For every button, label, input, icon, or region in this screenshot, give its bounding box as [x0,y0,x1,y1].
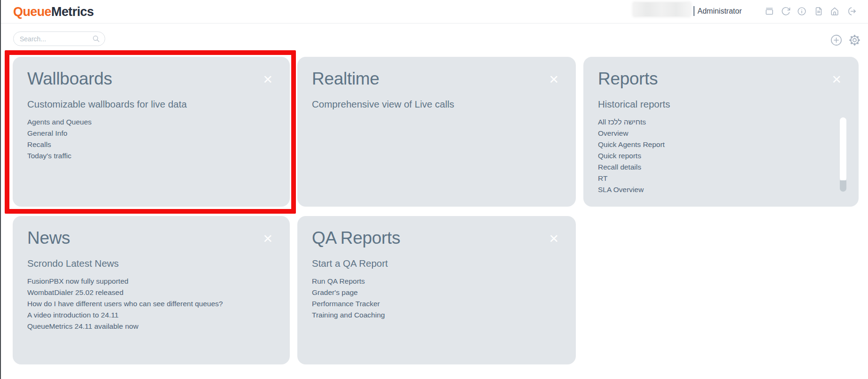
card-link[interactable]: Run QA Reports [312,276,365,287]
card-link[interactable]: How do I have different users who can se… [27,298,223,309]
card-title: News [27,228,275,248]
document-icon[interactable] [814,6,824,16]
card-link[interactable]: SLA Overview [598,184,643,195]
card-scrollbar[interactable] [840,117,846,192]
scrollbar-thumb[interactable] [840,180,846,192]
card-reports: Reports Historical reports All זכלל השיח… [583,57,859,207]
card-link[interactable]: Overview [598,128,628,139]
card-link[interactable]: Performance Tracker [312,298,380,309]
card-subtitle: Scrondo Latest News [27,257,275,270]
search-icon [92,34,101,45]
card-link[interactable]: Recalls [27,139,51,150]
card-title: Wallboards [27,69,275,89]
queuemetrics-logo[interactable]: QueueMetrics [13,0,93,23]
card-link[interactable]: WombatDialer 25.02 released [27,287,124,298]
dashboard-card-grid: Wallboards Customizable wallboards for l… [13,57,859,364]
card-title: QA Reports [312,228,561,248]
window-edge-line [0,0,1,379]
add-circle-button[interactable] [830,34,842,46]
card-subtitle: Comprehensive view of Live calls [312,98,561,110]
card-link[interactable]: FusionPBX now fully supported [27,276,128,287]
archive-icon[interactable] [764,6,775,16]
user-divider [693,6,695,16]
card-wallboards: Wallboards Customizable wallboards for l… [13,57,290,207]
card-title: Realtime [312,69,561,89]
card-link-list: All זכלל השיחts Overview Quick Agents Re… [598,116,844,195]
search-box [13,31,105,46]
close-card-icon[interactable]: × [549,70,558,88]
refresh-icon[interactable] [781,6,791,16]
card-link-list: Agents and Queues General Info Recalls T… [27,116,275,162]
info-icon[interactable] [797,6,807,16]
card-subtitle: Customizable wallboards for live data [27,98,275,110]
card-link[interactable]: Training and Coaching [312,309,385,321]
card-link-list: Run QA Reports Grader's page Performance… [312,276,561,321]
card-link[interactable]: A video introduction to 24.11 [27,309,118,321]
card-link[interactable]: Grader's page [312,287,358,298]
card-link[interactable]: Agents and Queues [27,116,92,128]
logout-icon[interactable] [846,6,857,16]
card-link[interactable]: QueueMetrics 24.11 available now [27,321,139,332]
logo-metrics: Metrics [51,5,93,19]
close-card-icon[interactable]: × [832,70,841,88]
queuemetrics-home-screen: QueueMetrics Administrator [0,0,868,379]
close-card-icon[interactable]: × [263,70,272,88]
card-news: News Scrondo Latest News FusionPBX now f… [13,216,290,364]
card-title: Reports [598,69,844,89]
card-link[interactable]: Quick Agents Report [598,139,665,150]
card-subtitle: Start a QA Report [312,257,561,270]
card-link[interactable]: RT [598,173,607,184]
card-subtitle: Historical reports [598,98,844,110]
logo-queue: Queue [13,5,51,19]
settings-gear-button[interactable] [848,34,861,46]
card-qa-reports: QA Reports Start a QA Report Run QA Repo… [297,216,576,364]
card-link[interactable]: Recall details [598,162,641,173]
card-link[interactable]: All זכלל השיחts [598,116,646,128]
user-role-label: Administrator [698,0,742,22]
card-realtime: Realtime Comprehensive view of Live call… [297,57,576,207]
card-link[interactable]: General Info [27,128,67,139]
card-link[interactable]: Today's traffic [27,150,71,162]
card-link[interactable]: Quick reports [598,150,641,162]
home-icon[interactable] [829,6,840,16]
username-redacted [633,2,690,16]
card-link-list: FusionPBX now fully supported WombatDial… [27,276,275,332]
close-card-icon[interactable]: × [549,229,558,247]
close-card-icon[interactable]: × [263,229,272,247]
top-header: QueueMetrics Administrator [0,0,868,23]
scrollbar-track [840,117,846,181]
